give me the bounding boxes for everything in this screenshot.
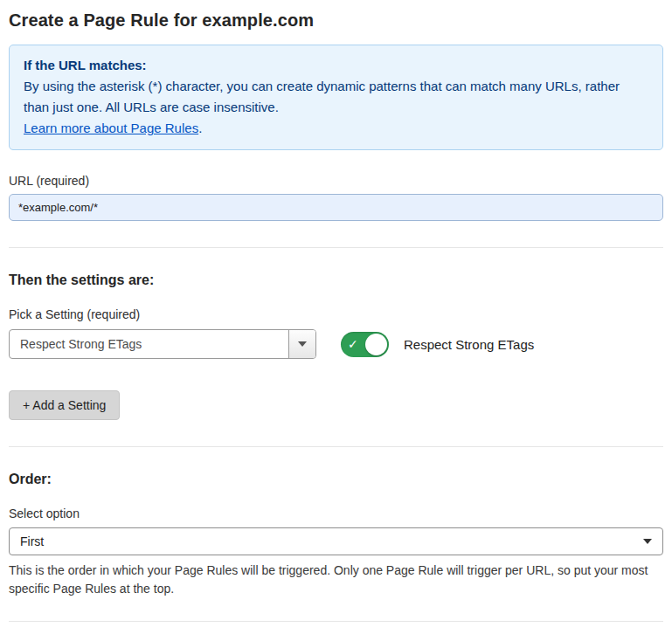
divider [9,446,663,447]
setting-select[interactable]: Respect Strong ETags [9,329,316,359]
info-box-body: By using the asterisk (*) character, you… [24,76,648,118]
settings-section-heading: Then the settings are: [9,272,663,288]
divider [9,621,663,622]
pick-setting-label: Pick a Setting (required) [9,307,663,321]
order-help-text: This is the order in which your Page Rul… [9,562,655,598]
setting-select-value: Respect Strong ETags [10,330,288,358]
url-input[interactable] [9,194,663,221]
check-icon: ✓ [348,338,358,350]
learn-more-link[interactable]: Learn more about Page Rules [24,121,198,135]
toggle-label: Respect Strong ETags [404,337,534,352]
info-box-heading: If the URL matches: [24,55,648,76]
toggle-knob [365,334,387,355]
order-section-heading: Order: [9,472,663,487]
setting-row: Respect Strong ETags ✓ Respect Strong ET… [9,329,663,359]
link-suffix: . [198,121,202,135]
order-select-value: First [20,534,643,548]
setting-select-dropdown-button[interactable] [288,330,315,358]
chevron-down-icon [298,341,307,347]
url-match-info-box: If the URL matches: By using the asteris… [9,45,663,150]
info-box-link-line: Learn more about Page Rules. [24,118,648,139]
url-field-label: URL (required) [9,174,663,188]
add-setting-button[interactable]: + Add a Setting [9,390,120,420]
setting-toggle[interactable]: ✓ [341,332,389,357]
order-select[interactable]: First [9,527,663,555]
chevron-down-icon [643,539,652,544]
page-title: Create a Page Rule for example.com [9,10,663,31]
divider [9,247,663,248]
order-select-label: Select option [9,506,663,520]
